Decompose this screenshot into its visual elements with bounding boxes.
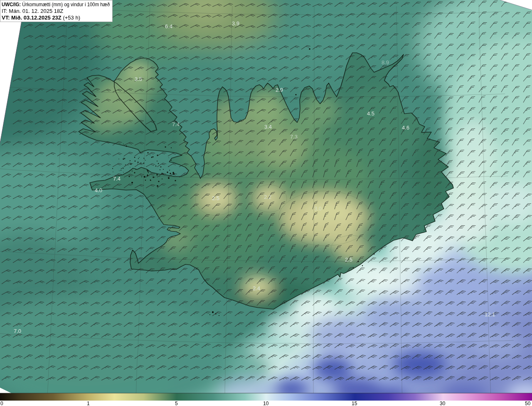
svg-text:7.0: 7.0: [14, 328, 21, 334]
svg-text:0: 0: [0, 401, 3, 406]
svg-text:7.4: 7.4: [172, 121, 180, 127]
svg-text:4.0: 4.0: [95, 187, 102, 193]
svg-text:10: 10: [263, 401, 269, 406]
svg-text:1: 1: [87, 401, 90, 406]
svg-text:2.4: 2.4: [253, 285, 260, 291]
svg-text:3.0: 3.0: [314, 205, 322, 212]
svg-text:8.9: 8.9: [382, 59, 389, 66]
svg-text:4.6: 4.6: [402, 125, 409, 131]
svg-text:7.3: 7.3: [290, 134, 298, 140]
svg-text:IT: Mán. 01. 12. 2025 18Z: IT: Mán. 01. 12. 2025 18Z: [2, 8, 63, 14]
svg-text:3.5: 3.5: [135, 76, 142, 82]
svg-text:UWC/IG: Úrkomumætti (mm) og vi: UWC/IG: Úrkomumætti (mm) og vindur i 100…: [2, 1, 110, 7]
svg-text:2.5: 2.5: [345, 257, 352, 263]
svg-text:12.1: 12.1: [485, 311, 495, 318]
svg-text:5: 5: [175, 401, 178, 406]
svg-text:3.9: 3.9: [232, 20, 239, 27]
svg-text:15: 15: [352, 401, 357, 406]
svg-text:30: 30: [440, 401, 446, 406]
svg-text:2.2: 2.2: [264, 194, 271, 200]
svg-text:VT: Mið. 03.12.2025 23Z (+53 h: VT: Mið. 03.12.2025 23Z (+53 h): [2, 15, 80, 21]
svg-text:50: 50: [525, 401, 531, 406]
svg-text:3.4: 3.4: [264, 124, 272, 130]
svg-text:2.5: 2.5: [212, 195, 219, 201]
svg-text:2.9: 2.9: [276, 87, 283, 93]
svg-text:7.4: 7.4: [113, 176, 121, 182]
svg-text:6.4: 6.4: [165, 23, 172, 29]
svg-text:4.5: 4.5: [367, 110, 374, 117]
